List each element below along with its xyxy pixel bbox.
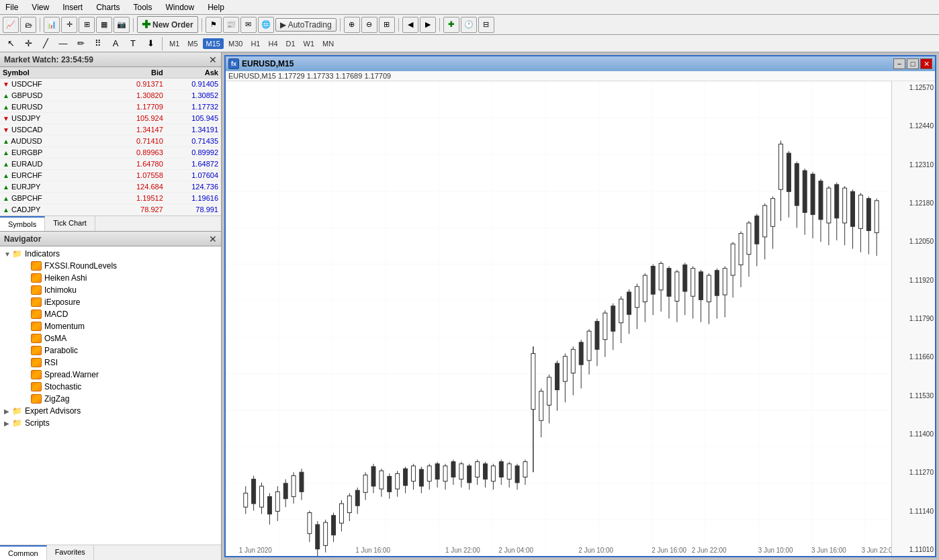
- nav-indicator-item[interactable]: FXSSI.RoundLevels: [1, 260, 220, 272]
- menu-tools[interactable]: Tools: [131, 1, 155, 13]
- news-btn[interactable]: 📰: [223, 17, 239, 33]
- nav-indicator-item[interactable]: Parabolic: [1, 344, 220, 357]
- svg-rect-3: [244, 493, 248, 507]
- svg-text:2 Jun 16:00: 2 Jun 16:00: [652, 547, 686, 554]
- chart-maximize-btn[interactable]: □: [907, 58, 919, 69]
- nav-indicator-item[interactable]: Ichimoku: [1, 284, 220, 296]
- open-btn[interactable]: 🗁: [20, 17, 36, 33]
- tf-m15[interactable]: M15: [203, 38, 224, 49]
- menu-help[interactable]: Help: [205, 1, 227, 13]
- crosshair-tool[interactable]: ✛: [20, 36, 36, 51]
- nav-tab-favorites[interactable]: Favorites: [47, 545, 94, 560]
- tf-w1[interactable]: W1: [300, 38, 318, 49]
- forward-btn[interactable]: ▶: [420, 17, 436, 33]
- market-row[interactable]: ▲ GBPCHF 1.19512 1.19616: [0, 193, 221, 204]
- tf-m30[interactable]: M30: [225, 38, 246, 49]
- text-tool[interactable]: A: [107, 36, 124, 51]
- menu-view[interactable]: View: [29, 1, 52, 13]
- arrow-tool[interactable]: ⬇: [142, 36, 159, 51]
- market-watch-close[interactable]: ✕: [209, 54, 217, 65]
- chart-body[interactable]: 1 Jun 2020 1 Jun 16:00 1 Jun 22:00 2 Jun…: [226, 81, 935, 556]
- market-row[interactable]: ▲ AUDUSD 0.71410 0.71435: [0, 136, 221, 147]
- mw-tab-tickchart[interactable]: Tick Chart: [45, 216, 95, 231]
- tf-m5[interactable]: M5: [184, 38, 201, 49]
- draw-tool2[interactable]: ✏: [73, 36, 89, 51]
- nav-indicator-item[interactable]: ZigZag: [1, 393, 220, 405]
- tf-d1[interactable]: D1: [283, 38, 299, 49]
- svg-rect-135: [771, 199, 775, 227]
- market-row[interactable]: ▲ EURGBP 0.89963 0.89992: [0, 147, 221, 158]
- text2-tool[interactable]: T: [125, 36, 141, 51]
- nav-scripts-group[interactable]: ▶ 📁 Scripts: [1, 417, 220, 429]
- indicator-label: RSI: [44, 358, 58, 367]
- layout-btn[interactable]: ⊟: [478, 17, 494, 33]
- navigator-title: Navigator: [4, 234, 41, 244]
- history-btn[interactable]: ⚑: [206, 17, 222, 33]
- market-row[interactable]: ▲ EURAUD 1.64780 1.64872: [0, 158, 221, 170]
- tile-btn[interactable]: ⊞: [379, 17, 395, 33]
- indicators-expand-icon: ▼: [4, 250, 11, 258]
- market-row[interactable]: ▲ EURUSD 1.17709 1.17732: [0, 101, 221, 113]
- navigator-close[interactable]: ✕: [209, 234, 217, 244]
- svg-rect-25: [332, 516, 336, 535]
- menu-window[interactable]: Window: [163, 1, 197, 13]
- market-row[interactable]: ▲ EURJPY 124.684 124.736: [0, 181, 221, 193]
- add-indicator-btn[interactable]: ✚: [443, 17, 459, 33]
- nav-ea-group[interactable]: ▶ 📁 Expert Advisors: [1, 405, 220, 417]
- chart-canvas[interactable]: 1 Jun 2020 1 Jun 16:00 1 Jun 22:00 2 Jun…: [226, 81, 891, 556]
- market-row[interactable]: ▲ GBPUSD 1.30820 1.30852: [0, 90, 221, 101]
- mw-tab-symbols[interactable]: Symbols: [0, 216, 45, 231]
- nav-indicator-item[interactable]: Momentum: [1, 320, 220, 332]
- mail-btn[interactable]: ✉: [240, 17, 257, 33]
- back-btn[interactable]: ◀: [402, 17, 418, 33]
- clock-btn[interactable]: 🕐: [461, 17, 477, 33]
- direction-icon: ▲: [3, 206, 9, 214]
- svg-rect-29: [347, 496, 351, 513]
- tf-mn[interactable]: MN: [319, 38, 337, 49]
- nav-indicators-group[interactable]: ▼ 📁 Indicators: [1, 248, 220, 260]
- price-9: 1.11530: [893, 392, 934, 400]
- autotrading-button[interactable]: ▶ AutoTrading: [275, 18, 337, 32]
- nav-indicator-item[interactable]: Stochastic: [1, 381, 220, 393]
- separator1: [40, 18, 40, 32]
- cursor-tool[interactable]: ↖: [3, 36, 19, 51]
- chart-btn2[interactable]: ▦: [96, 17, 112, 33]
- nav-indicator-item[interactable]: RSI: [1, 357, 220, 369]
- zoom-in-btn[interactable]: ⊕: [344, 17, 360, 33]
- crosshair-btn[interactable]: ✛: [61, 17, 77, 33]
- market-row[interactable]: ▲ CADJPY 78.927 78.991: [0, 204, 221, 216]
- market-row[interactable]: ▼ USDCAD 1.34147 1.34191: [0, 124, 221, 136]
- market-row[interactable]: ▼ USDCHF 0.91371 0.91405: [0, 79, 221, 90]
- market-row[interactable]: ▼ USDJPY 105.924 105.945: [0, 113, 221, 124]
- svg-rect-11: [275, 492, 279, 511]
- nav-indicator-item[interactable]: Spread.Warner: [1, 369, 220, 381]
- zoom-out-btn[interactable]: ⊖: [361, 17, 377, 33]
- zoom-btn[interactable]: ⊞: [79, 17, 95, 33]
- nav-indicator-item[interactable]: Heiken Ashi: [1, 272, 220, 284]
- chart-minimize-btn[interactable]: −: [893, 58, 905, 69]
- menu-insert[interactable]: Insert: [60, 1, 85, 13]
- screenshot-btn[interactable]: 📷: [114, 17, 130, 33]
- tf-sep1: [162, 37, 163, 50]
- tf-h4[interactable]: H4: [265, 38, 281, 49]
- chart-close-btn[interactable]: ✕: [920, 58, 932, 69]
- tf-h1[interactable]: H1: [247, 38, 263, 49]
- dots-tool[interactable]: ⠿: [90, 36, 106, 51]
- tf-m1[interactable]: M1: [166, 38, 183, 49]
- menu-file[interactable]: File: [3, 1, 21, 13]
- chart-controls: − □ ✕: [893, 58, 932, 69]
- bid-price: 1.30820: [111, 90, 166, 101]
- hline-tool[interactable]: —: [55, 36, 71, 51]
- line-tool[interactable]: ╱: [38, 36, 54, 51]
- nav-indicator-item[interactable]: OsMA: [1, 332, 220, 344]
- market-btn[interactable]: 🌐: [258, 17, 274, 33]
- nav-indicator-item[interactable]: iExposure: [1, 296, 220, 308]
- new-chart-btn[interactable]: 📈: [3, 17, 19, 33]
- nav-tab-common[interactable]: Common: [0, 545, 47, 560]
- separator3: [202, 18, 202, 32]
- indicators-btn[interactable]: 📊: [44, 17, 60, 33]
- new-order-button[interactable]: ✚ New Order: [137, 16, 198, 33]
- menu-charts[interactable]: Charts: [93, 1, 122, 13]
- nav-indicator-item[interactable]: MACD: [1, 308, 220, 320]
- market-row[interactable]: ▲ EURCHF 1.07558 1.07604: [0, 170, 221, 181]
